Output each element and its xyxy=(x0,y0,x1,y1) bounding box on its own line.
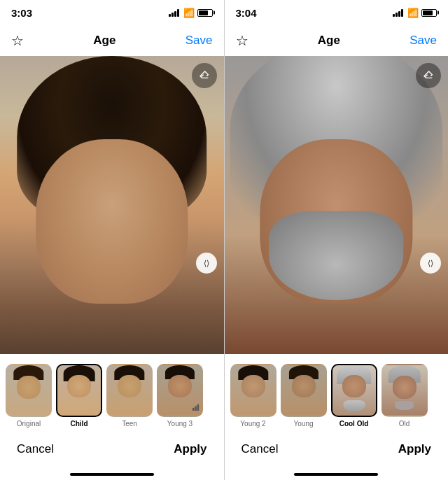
time-right: 3:04 xyxy=(236,7,257,19)
thumb-label-teen: Teen xyxy=(122,420,137,428)
compare-handle-right[interactable]: ⟨⟩ xyxy=(420,253,441,274)
left-panel: 3:03 📶 ☆ Age Save xyxy=(0,0,224,480)
eraser-icon-left xyxy=(199,69,210,83)
compare-icon-right: ⟨⟩ xyxy=(428,259,433,268)
thumb-item-coolold[interactable]: Cool Old xyxy=(331,364,377,428)
svg-rect-0 xyxy=(192,407,195,410)
status-icons-left: 📶 xyxy=(169,8,213,18)
svg-rect-1 xyxy=(195,406,197,411)
cancel-button-left[interactable]: Cancel xyxy=(17,442,54,456)
face-young xyxy=(36,139,188,303)
status-bar-left: 3:03 📶 xyxy=(0,0,224,25)
thumb-item-child[interactable]: Child xyxy=(56,364,102,428)
photo-area-right: ⟨⟩ xyxy=(225,56,449,354)
thumb-img-child[interactable] xyxy=(56,364,102,417)
eraser-icon-right xyxy=(423,69,434,83)
thumb-item-old[interactable]: Old xyxy=(382,364,428,428)
home-indicator-right xyxy=(294,473,378,476)
cancel-button-right[interactable]: Cancel xyxy=(241,442,279,456)
save-button-right[interactable]: Save xyxy=(410,34,437,48)
status-bar-right: 3:04 📶 xyxy=(225,0,449,25)
thumb-img-coolold[interactable] xyxy=(331,364,377,417)
thumb-item-teen[interactable]: Teen xyxy=(106,364,153,428)
signal-icon-left xyxy=(169,8,179,17)
thumb-img-old[interactable] xyxy=(382,364,428,417)
battery-icon-right xyxy=(421,9,437,17)
time-left: 3:03 xyxy=(11,7,32,19)
wifi-icon-left: 📶 xyxy=(183,8,195,18)
page-title-right: Age xyxy=(318,34,340,48)
face-image-young xyxy=(0,56,224,354)
thumb-img-young3[interactable] xyxy=(157,364,203,417)
bottom-bar-right: Cancel Apply xyxy=(225,431,449,473)
thumb-item-young3[interactable]: Young 3 xyxy=(157,364,203,428)
thumb-label-child: Child xyxy=(71,420,88,428)
thumb-img-young2[interactable] xyxy=(230,364,276,417)
thumb-label-original: Original xyxy=(17,420,41,428)
thumb-label-young3: Young 3 xyxy=(167,420,192,428)
face-image-old xyxy=(225,56,449,354)
save-button-left[interactable]: Save xyxy=(186,34,213,48)
home-indicator-left xyxy=(70,473,154,476)
favorite-button-right[interactable]: ☆ xyxy=(236,32,248,49)
signal-icon-right xyxy=(393,8,403,17)
header-left: ☆ Age Save xyxy=(0,25,224,56)
right-panel: 3:04 📶 ☆ Age Save xyxy=(225,0,449,480)
header-right: ☆ Age Save xyxy=(225,25,449,56)
thumb-img-young[interactable] xyxy=(281,364,327,417)
status-icons-right: 📶 xyxy=(393,8,437,18)
battery-icon-left xyxy=(197,9,213,17)
beard-old xyxy=(269,211,403,301)
thumbnails-right: Young 2 Young Cool Old xyxy=(225,354,449,431)
svg-rect-2 xyxy=(197,404,200,410)
compare-icon-left: ⟨⟩ xyxy=(204,259,209,268)
page-title-left: Age xyxy=(93,34,115,48)
thumb-img-original[interactable] xyxy=(6,364,52,417)
eraser-button-left[interactable] xyxy=(192,63,217,88)
bottom-bar-left: Cancel Apply xyxy=(0,431,224,473)
thumb-item-young2[interactable]: Young 2 xyxy=(230,364,276,428)
apply-button-left[interactable]: Apply xyxy=(174,442,206,456)
thumb-item-young[interactable]: Young xyxy=(281,364,327,428)
thumb-label-old: Old xyxy=(399,420,410,428)
apply-button-right[interactable]: Apply xyxy=(398,442,431,456)
thumb-label-young: Young xyxy=(294,420,314,428)
photo-area-left: ⟨⟩ xyxy=(0,56,224,354)
favorite-button-left[interactable]: ☆ xyxy=(11,32,24,49)
compare-handle-left[interactable]: ⟨⟩ xyxy=(196,253,217,274)
wifi-icon-right: 📶 xyxy=(407,8,419,18)
eraser-button-right[interactable] xyxy=(416,63,441,88)
thumbnails-left: Original Child Teen xyxy=(0,354,224,431)
thumb-item-original[interactable]: Original xyxy=(6,364,52,428)
thumb-label-young2: Young 2 xyxy=(240,420,265,428)
thumb-img-teen[interactable] xyxy=(106,364,153,417)
thumb-label-coolold: Cool Old xyxy=(340,420,369,428)
